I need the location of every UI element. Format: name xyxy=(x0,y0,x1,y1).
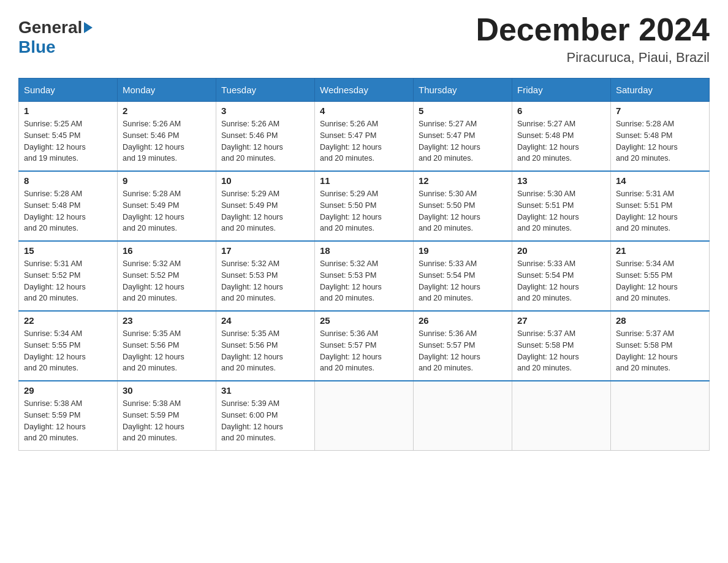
day-info: Sunrise: 5:30 AMSunset: 5:51 PMDaylight:… xyxy=(517,188,605,234)
day-info: Sunrise: 5:37 AMSunset: 5:58 PMDaylight:… xyxy=(616,328,704,374)
calendar-week-4: 22Sunrise: 5:34 AMSunset: 5:55 PMDayligh… xyxy=(19,311,710,381)
day-number: 2 xyxy=(123,105,211,116)
logo-general-text: General xyxy=(18,18,82,37)
day-number: 5 xyxy=(419,105,507,116)
header-friday: Friday xyxy=(512,79,611,102)
day-info: Sunrise: 5:36 AMSunset: 5:57 PMDaylight:… xyxy=(320,328,408,374)
day-number: 19 xyxy=(419,245,507,256)
calendar-cell xyxy=(414,381,512,451)
day-number: 21 xyxy=(616,245,704,256)
day-info: Sunrise: 5:30 AMSunset: 5:50 PMDaylight:… xyxy=(419,188,507,234)
day-info: Sunrise: 5:32 AMSunset: 5:53 PMDaylight:… xyxy=(320,258,408,304)
day-number: 1 xyxy=(24,105,112,116)
calendar-cell xyxy=(315,381,414,451)
location-subtitle: Piracuruca, Piaui, Brazil xyxy=(476,50,710,66)
day-number: 24 xyxy=(221,315,309,326)
calendar-week-1: 1Sunrise: 5:25 AMSunset: 5:45 PMDaylight… xyxy=(19,102,710,172)
day-info: Sunrise: 5:28 AMSunset: 5:48 PMDaylight:… xyxy=(24,188,112,234)
day-info: Sunrise: 5:32 AMSunset: 5:53 PMDaylight:… xyxy=(221,258,309,304)
logo-blue-text: Blue xyxy=(18,37,56,56)
day-info: Sunrise: 5:28 AMSunset: 5:49 PMDaylight:… xyxy=(123,188,211,234)
header-monday: Monday xyxy=(118,79,216,102)
day-info: Sunrise: 5:34 AMSunset: 5:55 PMDaylight:… xyxy=(616,258,704,304)
calendar-cell: 6Sunrise: 5:27 AMSunset: 5:48 PMDaylight… xyxy=(512,102,611,172)
day-info: Sunrise: 5:26 AMSunset: 5:46 PMDaylight:… xyxy=(221,118,309,164)
calendar-cell: 15Sunrise: 5:31 AMSunset: 5:52 PMDayligh… xyxy=(19,241,118,311)
day-info: Sunrise: 5:35 AMSunset: 5:56 PMDaylight:… xyxy=(221,328,309,374)
calendar-cell: 28Sunrise: 5:37 AMSunset: 5:58 PMDayligh… xyxy=(611,311,710,381)
header-saturday: Saturday xyxy=(611,79,710,102)
day-number: 4 xyxy=(320,105,408,116)
calendar-cell: 12Sunrise: 5:30 AMSunset: 5:50 PMDayligh… xyxy=(414,171,512,241)
day-info: Sunrise: 5:33 AMSunset: 5:54 PMDaylight:… xyxy=(517,258,605,304)
calendar-header-row: Sunday Monday Tuesday Wednesday Thursday… xyxy=(19,79,710,102)
day-info: Sunrise: 5:25 AMSunset: 5:45 PMDaylight:… xyxy=(24,118,112,164)
day-number: 3 xyxy=(221,105,309,116)
day-number: 16 xyxy=(123,245,211,256)
page-header: General Blue December 2024 Piracuruca, P… xyxy=(18,12,710,66)
day-info: Sunrise: 5:39 AMSunset: 6:00 PMDaylight:… xyxy=(221,398,309,444)
calendar-cell xyxy=(611,381,710,451)
calendar-cell: 23Sunrise: 5:35 AMSunset: 5:56 PMDayligh… xyxy=(118,311,216,381)
calendar-week-5: 29Sunrise: 5:38 AMSunset: 5:59 PMDayligh… xyxy=(19,381,710,451)
day-number: 12 xyxy=(419,175,507,186)
day-number: 15 xyxy=(24,245,112,256)
day-info: Sunrise: 5:29 AMSunset: 5:49 PMDaylight:… xyxy=(221,188,309,234)
calendar-cell: 2Sunrise: 5:26 AMSunset: 5:46 PMDaylight… xyxy=(118,102,216,172)
calendar-cell: 19Sunrise: 5:33 AMSunset: 5:54 PMDayligh… xyxy=(414,241,512,311)
day-number: 27 xyxy=(517,315,605,326)
calendar-cell: 20Sunrise: 5:33 AMSunset: 5:54 PMDayligh… xyxy=(512,241,611,311)
calendar-cell: 24Sunrise: 5:35 AMSunset: 5:56 PMDayligh… xyxy=(216,311,315,381)
day-number: 18 xyxy=(320,245,408,256)
calendar-cell: 22Sunrise: 5:34 AMSunset: 5:55 PMDayligh… xyxy=(19,311,118,381)
calendar-cell: 26Sunrise: 5:36 AMSunset: 5:57 PMDayligh… xyxy=(414,311,512,381)
header-wednesday: Wednesday xyxy=(315,79,414,102)
calendar-week-3: 15Sunrise: 5:31 AMSunset: 5:52 PMDayligh… xyxy=(19,241,710,311)
logo-arrow-icon xyxy=(84,22,93,33)
calendar-cell: 16Sunrise: 5:32 AMSunset: 5:52 PMDayligh… xyxy=(118,241,216,311)
calendar-cell: 31Sunrise: 5:39 AMSunset: 6:00 PMDayligh… xyxy=(216,381,315,451)
calendar-cell: 14Sunrise: 5:31 AMSunset: 5:51 PMDayligh… xyxy=(611,171,710,241)
day-info: Sunrise: 5:31 AMSunset: 5:51 PMDaylight:… xyxy=(616,188,704,234)
day-info: Sunrise: 5:35 AMSunset: 5:56 PMDaylight:… xyxy=(123,328,211,374)
calendar-title-area: December 2024 Piracuruca, Piaui, Brazil xyxy=(476,12,710,66)
calendar-cell: 21Sunrise: 5:34 AMSunset: 5:55 PMDayligh… xyxy=(611,241,710,311)
day-info: Sunrise: 5:36 AMSunset: 5:57 PMDaylight:… xyxy=(419,328,507,374)
day-number: 17 xyxy=(221,245,309,256)
calendar-week-2: 8Sunrise: 5:28 AMSunset: 5:48 PMDaylight… xyxy=(19,171,710,241)
day-number: 9 xyxy=(123,175,211,186)
day-info: Sunrise: 5:27 AMSunset: 5:48 PMDaylight:… xyxy=(517,118,605,164)
day-number: 7 xyxy=(616,105,704,116)
day-info: Sunrise: 5:26 AMSunset: 5:46 PMDaylight:… xyxy=(123,118,211,164)
day-number: 30 xyxy=(123,385,211,396)
day-info: Sunrise: 5:38 AMSunset: 5:59 PMDaylight:… xyxy=(123,398,211,444)
day-info: Sunrise: 5:28 AMSunset: 5:48 PMDaylight:… xyxy=(616,118,704,164)
day-number: 22 xyxy=(24,315,112,326)
day-info: Sunrise: 5:27 AMSunset: 5:47 PMDaylight:… xyxy=(419,118,507,164)
day-number: 23 xyxy=(123,315,211,326)
header-tuesday: Tuesday xyxy=(216,79,315,102)
calendar-cell: 7Sunrise: 5:28 AMSunset: 5:48 PMDaylight… xyxy=(611,102,710,172)
day-number: 28 xyxy=(616,315,704,326)
day-number: 14 xyxy=(616,175,704,186)
day-info: Sunrise: 5:33 AMSunset: 5:54 PMDaylight:… xyxy=(419,258,507,304)
day-info: Sunrise: 5:32 AMSunset: 5:52 PMDaylight:… xyxy=(123,258,211,304)
day-info: Sunrise: 5:31 AMSunset: 5:52 PMDaylight:… xyxy=(24,258,112,304)
calendar-cell: 17Sunrise: 5:32 AMSunset: 5:53 PMDayligh… xyxy=(216,241,315,311)
day-info: Sunrise: 5:34 AMSunset: 5:55 PMDaylight:… xyxy=(24,328,112,374)
logo: General Blue xyxy=(18,12,93,57)
day-number: 13 xyxy=(517,175,605,186)
day-info: Sunrise: 5:38 AMSunset: 5:59 PMDaylight:… xyxy=(24,398,112,444)
calendar-cell: 27Sunrise: 5:37 AMSunset: 5:58 PMDayligh… xyxy=(512,311,611,381)
day-number: 20 xyxy=(517,245,605,256)
calendar-cell: 9Sunrise: 5:28 AMSunset: 5:49 PMDaylight… xyxy=(118,171,216,241)
day-number: 8 xyxy=(24,175,112,186)
day-number: 25 xyxy=(320,315,408,326)
calendar-cell: 25Sunrise: 5:36 AMSunset: 5:57 PMDayligh… xyxy=(315,311,414,381)
calendar-cell: 13Sunrise: 5:30 AMSunset: 5:51 PMDayligh… xyxy=(512,171,611,241)
day-info: Sunrise: 5:26 AMSunset: 5:47 PMDaylight:… xyxy=(320,118,408,164)
header-sunday: Sunday xyxy=(19,79,118,102)
header-thursday: Thursday xyxy=(414,79,512,102)
calendar-cell: 11Sunrise: 5:29 AMSunset: 5:50 PMDayligh… xyxy=(315,171,414,241)
calendar-cell: 5Sunrise: 5:27 AMSunset: 5:47 PMDaylight… xyxy=(414,102,512,172)
